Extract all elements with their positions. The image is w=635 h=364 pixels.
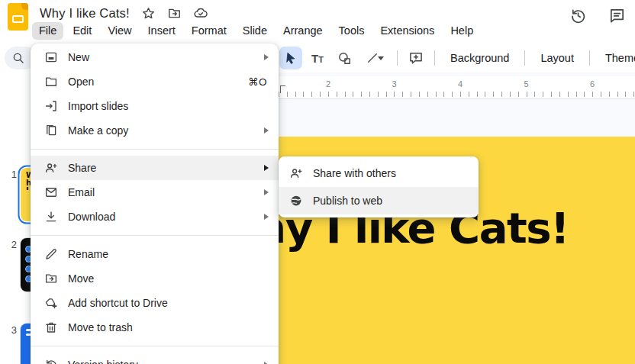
- menu-item-open[interactable]: Open ⌘O: [31, 69, 279, 94]
- menu-item-email[interactable]: Email: [31, 180, 279, 205]
- email-icon: [44, 185, 58, 199]
- slide-number: 2: [5, 239, 17, 250]
- version-history-icon[interactable]: [569, 7, 587, 27]
- menu-item-rename[interactable]: Rename: [31, 242, 279, 266]
- submenu-item-label: Publish to web: [313, 195, 382, 207]
- submenu-item-label: Share with others: [313, 167, 396, 179]
- globe-icon: [289, 194, 303, 208]
- toolbar-divider: [434, 50, 435, 66]
- slide-number: 3: [5, 324, 17, 336]
- slide-number: 1: [5, 169, 17, 180]
- ruler-margin-marker: [280, 85, 285, 93]
- menu-item-download[interactable]: Download: [31, 205, 279, 229]
- toolbar-divider: [524, 50, 525, 66]
- menu-insert[interactable]: Insert: [141, 22, 182, 40]
- menu-item-version-history[interactable]: Version history: [31, 353, 279, 364]
- move-folder-icon: [44, 272, 58, 285]
- topbar: Why I like Cats! File Edit View Insert F…: [0, 0, 635, 43]
- submenu-item-share-with-others[interactable]: Share with others: [279, 159, 479, 187]
- move-document-icon[interactable]: [167, 6, 182, 21]
- document-status-cloud-icon[interactable]: [193, 5, 208, 21]
- menu-arrange[interactable]: Arrange: [276, 22, 330, 40]
- ruler-label: 2: [326, 79, 330, 89]
- menu-item-move-to-trash[interactable]: Move to trash: [31, 315, 279, 340]
- menubar: File Edit View Insert Format Slide Arran…: [32, 22, 480, 40]
- submenu-item-publish-to-web[interactable]: Publish to web: [279, 187, 479, 214]
- menu-help[interactable]: Help: [443, 22, 480, 40]
- menu-extensions[interactable]: Extensions: [373, 22, 441, 40]
- select-tool[interactable]: [279, 47, 302, 69]
- person-add-icon: [289, 166, 303, 180]
- menu-item-label: Version history: [68, 359, 138, 364]
- star-icon[interactable]: [141, 6, 156, 21]
- line-tool[interactable]: [359, 47, 390, 69]
- menu-item-label: New: [68, 51, 89, 63]
- layout-button[interactable]: Layout: [532, 49, 582, 67]
- submenu-arrow-icon: [264, 127, 269, 134]
- share-submenu: Share with others Publish to web: [279, 156, 479, 217]
- menu-divider: [31, 149, 279, 150]
- menu-item-import-slides[interactable]: Import slides: [31, 94, 279, 118]
- shape-tool[interactable]: [333, 47, 356, 69]
- background-button[interactable]: Background: [442, 49, 517, 67]
- import-slides-icon: [44, 99, 58, 113]
- submenu-arrow-icon: [264, 189, 269, 195]
- document-title[interactable]: Why I like Cats!: [40, 6, 130, 21]
- cursor-icon: [284, 51, 298, 65]
- menu-edit[interactable]: Edit: [66, 22, 98, 40]
- comments-icon[interactable]: [608, 7, 626, 27]
- submenu-arrow-icon: [264, 214, 269, 220]
- rename-icon: [44, 247, 58, 261]
- menu-item-new[interactable]: New: [31, 45, 279, 69]
- add-comment-icon: [408, 50, 424, 66]
- menu-tools[interactable]: Tools: [332, 22, 372, 40]
- text-icon: TT: [311, 52, 324, 65]
- drive-shortcut-icon: [44, 296, 58, 310]
- keyboard-shortcut: ⌘O: [248, 76, 267, 88]
- submenu-arrow-icon: [264, 165, 269, 171]
- menu-item-label: Rename: [68, 248, 108, 260]
- search-icon: [11, 51, 25, 65]
- logo-slot: [12, 15, 24, 23]
- menu-item-label: Import slides: [68, 100, 128, 112]
- menu-item-share[interactable]: Share: [31, 156, 279, 180]
- toolbar-divider: [397, 50, 398, 66]
- theme-button[interactable]: Theme: [597, 49, 635, 67]
- copy-icon: [44, 124, 58, 137]
- menu-view[interactable]: View: [101, 22, 138, 40]
- ruler-label: 4: [458, 79, 463, 89]
- menu-divider: [31, 346, 279, 346]
- version-history-icon: [44, 358, 58, 364]
- person-add-icon: [44, 161, 58, 175]
- menu-item-label: Add shortcut to Drive: [68, 297, 168, 309]
- shape-icon: [337, 51, 352, 66]
- menu-item-label: Share: [68, 162, 96, 174]
- menu-item-label: Make a copy: [68, 124, 128, 137]
- menu-item-label: Move: [68, 272, 94, 285]
- menu-item-label: Move to trash: [68, 321, 133, 333]
- menu-file[interactable]: File: [32, 22, 63, 40]
- menu-item-label: Download: [68, 211, 115, 223]
- ruler-label: 6: [590, 79, 595, 89]
- menu-item-label: Open: [68, 76, 94, 88]
- open-folder-icon: [44, 75, 58, 89]
- menu-item-add-shortcut-to-drive[interactable]: Add shortcut to Drive: [31, 291, 279, 315]
- trash-icon: [44, 321, 58, 334]
- chevron-down-icon: [378, 56, 384, 60]
- menu-slide[interactable]: Slide: [236, 22, 274, 40]
- download-icon: [44, 210, 58, 224]
- menu-item-label: Email: [68, 186, 95, 198]
- ruler-label: 3: [392, 79, 396, 89]
- file-menu: New Open ⌘O Import slides Make a copy Sh…: [31, 43, 279, 364]
- ruler-ticks: [279, 92, 635, 97]
- menu-item-move[interactable]: Move: [31, 266, 279, 291]
- insert-comment-tool[interactable]: [405, 47, 427, 69]
- submenu-arrow-icon: [264, 54, 269, 60]
- menu-item-make-a-copy[interactable]: Make a copy: [31, 118, 279, 143]
- menu-format[interactable]: Format: [185, 22, 234, 40]
- slides-logo[interactable]: [8, 3, 28, 31]
- ruler-label: 5: [524, 79, 528, 89]
- logo-fold: [21, 3, 28, 10]
- toolbar-divider: [589, 50, 590, 66]
- text-box-tool[interactable]: TT: [306, 47, 329, 69]
